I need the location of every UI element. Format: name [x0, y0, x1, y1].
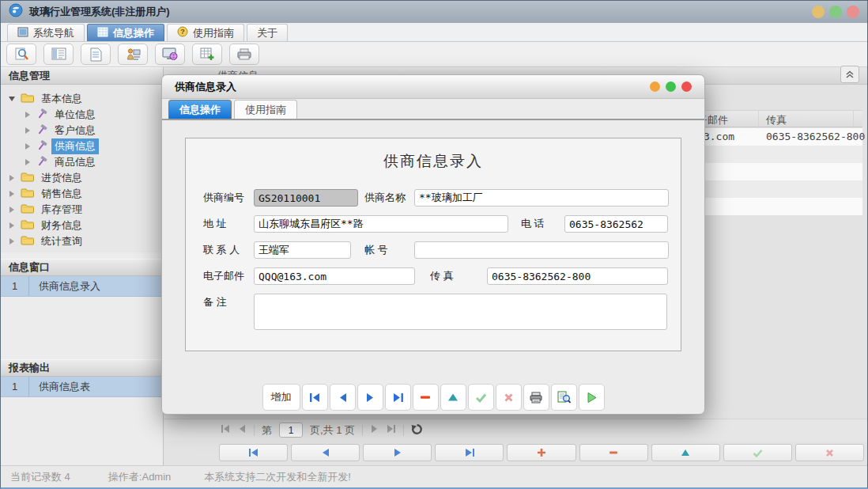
tree-item-basic-info[interactable]: 基本信息 [1, 91, 163, 107]
tree-item-inventory-mgmt[interactable]: 库存管理 [1, 202, 163, 218]
close-circle-icon[interactable] [847, 6, 859, 18]
tree-item-finance-info[interactable]: 财务信息 [1, 218, 163, 233]
column-header-fax[interactable]: 传真 [766, 113, 787, 127]
chevron-collapsed-icon[interactable] [23, 112, 32, 118]
search-doc-button[interactable] [6, 44, 36, 65]
delete-record-button[interactable] [413, 384, 439, 411]
record-confirm-button[interactable] [723, 444, 792, 461]
tab-system-nav[interactable]: 系统导航 [7, 24, 85, 41]
chevron-collapsed-icon[interactable] [7, 222, 17, 229]
folder-icon [21, 203, 34, 216]
tree-label[interactable]: 库存管理 [38, 202, 85, 218]
chevron-collapsed-icon[interactable] [23, 143, 32, 150]
record-cancel-button[interactable] [795, 444, 864, 461]
dialog-tab-info-operation[interactable]: 信息操作 [168, 100, 232, 119]
last-record-button[interactable] [385, 384, 411, 411]
page-next-icon[interactable] [370, 424, 379, 436]
document-button[interactable] [81, 44, 111, 65]
next-record-button[interactable] [357, 384, 383, 411]
info-window-item[interactable]: 1 供商信息录入 [1, 276, 163, 297]
dialog-minimize-circle-icon[interactable] [650, 82, 660, 92]
user-report-button[interactable] [118, 44, 148, 65]
list-item-label: 供商信息录入 [29, 279, 100, 294]
print-button[interactable] [523, 384, 549, 411]
tab-info-operation[interactable]: 信息操作 [87, 24, 164, 41]
dialog-close-circle-icon[interactable] [681, 82, 692, 92]
record-next-button[interactable] [363, 444, 432, 461]
collapse-panel-button[interactable] [840, 66, 859, 83]
refresh-icon[interactable] [411, 423, 423, 438]
run-button[interactable] [579, 384, 605, 411]
tree-label[interactable]: 单位信息 [51, 107, 99, 123]
fax-field[interactable] [487, 267, 668, 285]
tree-label[interactable]: 统计查询 [38, 233, 85, 249]
grid-icon [97, 27, 108, 40]
dialog-title: 供商信息录入 [175, 80, 236, 94]
page-prev-icon[interactable] [237, 424, 247, 436]
tree-label-selected[interactable]: 供商信息 [51, 138, 99, 154]
printer-tray-button[interactable] [229, 44, 259, 65]
tree-item-purchase-info[interactable]: 进货信息 [1, 170, 163, 186]
page-last-icon[interactable] [387, 424, 396, 436]
record-first-button[interactable] [219, 444, 288, 461]
chevron-collapsed-icon[interactable] [7, 238, 17, 244]
record-prev-button[interactable] [291, 444, 360, 461]
maximize-circle-icon[interactable] [829, 6, 842, 18]
record-edit-button[interactable] [651, 444, 720, 461]
tree-item-statistics-query[interactable]: 统计查询 [1, 233, 163, 249]
tree-item-supplier-info[interactable]: 供商信息 [1, 138, 163, 154]
add-button[interactable]: 增加 [262, 384, 300, 411]
dialog-title-bar[interactable]: 供商信息录入 [162, 75, 704, 99]
form-list-button[interactable] [43, 44, 74, 65]
report-output-item[interactable]: 1 供商信息表 [1, 377, 163, 397]
record-last-button[interactable] [435, 444, 504, 461]
title-bar: 玻璃行业管理系统(非注册用户) [1, 1, 867, 23]
dialog-maximize-circle-icon[interactable] [666, 82, 676, 92]
minimize-circle-icon[interactable] [812, 6, 825, 18]
tab-user-guide[interactable]: ? 使用指南 [167, 24, 244, 41]
confirm-button[interactable] [468, 384, 494, 411]
tab-label: 使用指南 [193, 26, 234, 40]
chevron-collapsed-icon[interactable] [23, 127, 32, 134]
tree-item-product-info[interactable]: 商品信息 [1, 154, 163, 170]
tree-label[interactable]: 基本信息 [38, 91, 85, 107]
first-record-button[interactable] [302, 384, 328, 411]
tab-label: 系统导航 [33, 26, 74, 40]
prev-record-button[interactable] [330, 384, 356, 411]
email-field[interactable] [254, 267, 415, 285]
monitor-globe-button[interactable] [155, 44, 185, 65]
supplier-code-field[interactable] [254, 189, 358, 207]
chevron-collapsed-icon[interactable] [23, 159, 32, 165]
tree-item-customer-info[interactable]: 客户信息 [1, 123, 163, 138]
tree-label[interactable]: 进货信息 [38, 170, 85, 186]
record-add-button[interactable] [507, 444, 576, 461]
table-add-button[interactable] [192, 44, 222, 65]
page-first-icon[interactable] [221, 424, 230, 436]
chevron-collapsed-icon[interactable] [7, 175, 17, 181]
remark-field[interactable] [254, 294, 667, 330]
pagination-bar: 第 页,共 1 页 [164, 419, 867, 441]
chevron-expanded-icon[interactable] [7, 97, 17, 101]
chevron-collapsed-icon[interactable] [7, 207, 17, 213]
phone-field[interactable] [564, 215, 668, 233]
list-item-number: 1 [1, 276, 29, 296]
edit-record-button[interactable] [440, 384, 466, 411]
tree-label[interactable]: 销售信息 [38, 186, 85, 202]
dialog-tab-user-guide[interactable]: 使用指南 [234, 100, 297, 119]
address-field[interactable] [254, 215, 508, 233]
cancel-button[interactable] [496, 384, 522, 411]
tab-about[interactable]: 关于 [247, 24, 288, 41]
contact-field[interactable] [254, 241, 351, 259]
chevron-collapsed-icon[interactable] [7, 191, 17, 197]
tree-label[interactable]: 财务信息 [38, 218, 85, 233]
tree-item-unit-info[interactable]: 单位信息 [1, 107, 163, 123]
label-supplier-name: 供商名称 [364, 189, 406, 207]
supplier-name-field[interactable] [414, 189, 669, 207]
tree-label[interactable]: 客户信息 [51, 123, 99, 138]
tree-item-sales-info[interactable]: 销售信息 [1, 186, 163, 202]
record-delete-button[interactable] [579, 444, 648, 461]
account-field[interactable] [414, 241, 669, 259]
print-preview-button[interactable] [551, 384, 577, 411]
tree-label[interactable]: 商品信息 [51, 154, 99, 170]
page-number-input[interactable] [279, 423, 303, 438]
